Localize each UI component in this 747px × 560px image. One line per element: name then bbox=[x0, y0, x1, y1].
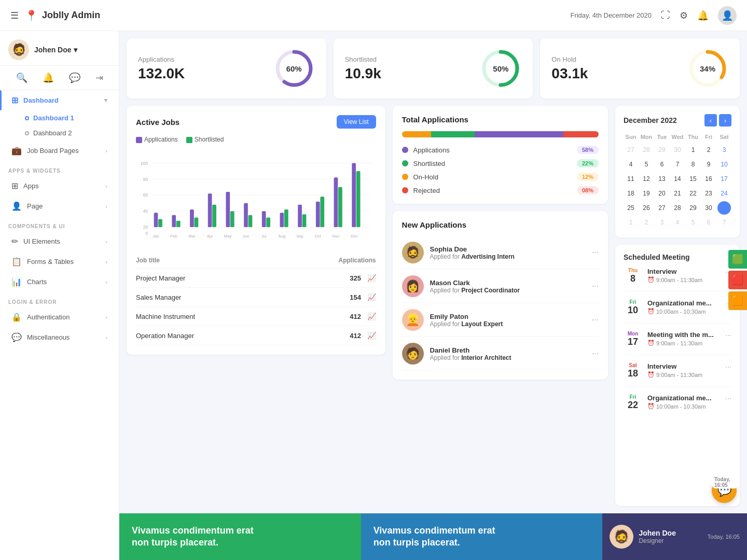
chevron-right-icon: › bbox=[105, 334, 107, 341]
job-title-cell: Machine Instrument bbox=[136, 307, 283, 326]
calendar-day[interactable]: 5 bbox=[640, 158, 653, 171]
calendar-day[interactable]: 2 bbox=[702, 143, 715, 157]
sidebar-item-miscellaneous[interactable]: 💬 Miscellaneous › bbox=[3, 327, 116, 347]
logout-icon[interactable]: ⇥ bbox=[95, 72, 103, 83]
calendar-day[interactable]: 12 bbox=[640, 172, 653, 186]
svg-rect-31 bbox=[280, 213, 284, 227]
calendar-day[interactable]: 30 bbox=[671, 143, 684, 157]
meeting-name: Meeting with the m... bbox=[647, 331, 720, 339]
calendar-day[interactable]: 27 bbox=[624, 143, 638, 157]
calendar-header: December 2022 ‹ › bbox=[624, 114, 731, 127]
calendar-prev-button[interactable]: ‹ bbox=[704, 114, 717, 127]
calendar-day[interactable]: 14 bbox=[671, 172, 684, 186]
calendar-day[interactable]: 5 bbox=[686, 216, 700, 229]
user-banner-timestamp: Today, 16:05 bbox=[708, 534, 740, 540]
calendar-next-button[interactable]: › bbox=[719, 114, 731, 127]
calendar-day[interactable]: 7 bbox=[671, 158, 684, 171]
clock-icon: ⏰ bbox=[647, 308, 655, 315]
calendar-day[interactable]: 8 bbox=[686, 158, 700, 171]
calendar-day[interactable]: 23 bbox=[702, 187, 715, 200]
calendar-day[interactable]: 30 bbox=[702, 201, 715, 215]
more-options-icon[interactable]: ··· bbox=[592, 349, 599, 358]
charts-icon: 📊 bbox=[11, 277, 22, 287]
calendar-day-today[interactable]: 31 bbox=[717, 201, 731, 215]
meeting-name: Interview bbox=[647, 362, 720, 370]
more-options-icon[interactable]: ··· bbox=[592, 248, 599, 257]
calendar-day[interactable]: 29 bbox=[686, 201, 700, 215]
chat-fab-button[interactable]: 💬 Today, 16:05 bbox=[712, 478, 737, 503]
sidebar-item-authentication[interactable]: 🔒 Authentication › bbox=[3, 307, 116, 327]
topbar-date: Friday, 4th December 2020 bbox=[570, 11, 652, 19]
svg-text:Apr: Apr bbox=[207, 234, 213, 239]
side-float-btn-red[interactable]: 🟥 bbox=[728, 271, 747, 289]
calendar-day[interactable]: 22 bbox=[686, 187, 700, 200]
sidebar-item-dashboard2[interactable]: Dashboard 2 bbox=[17, 125, 119, 141]
calendar-day[interactable]: 18 bbox=[624, 187, 638, 200]
more-options-icon[interactable]: ··· bbox=[592, 282, 599, 291]
calendar-day[interactable]: 3 bbox=[655, 216, 669, 229]
calendar-day[interactable]: 9 bbox=[702, 158, 715, 171]
sidebar-item-ui-elements[interactable]: ✏ UI Elements › bbox=[3, 231, 116, 251]
side-float-btn-green[interactable]: 🟩 bbox=[728, 250, 747, 269]
side-float-btn-orange[interactable]: 🟧 bbox=[728, 291, 747, 310]
chat-icon[interactable]: 💬 bbox=[69, 72, 80, 83]
logo: 📍 Joblly Admin bbox=[25, 9, 100, 22]
calendar-day[interactable]: 13 bbox=[655, 172, 669, 186]
calendar-day[interactable]: 6 bbox=[655, 158, 669, 171]
calendar-day[interactable]: 16 bbox=[702, 172, 715, 186]
calendar-day[interactable]: 25 bbox=[624, 201, 638, 215]
calendar-day[interactable]: 2 bbox=[640, 216, 653, 229]
calendar-day[interactable]: 28 bbox=[671, 201, 684, 215]
more-options-icon[interactable]: ··· bbox=[725, 362, 731, 371]
job-title-cell: Sales Manager bbox=[136, 288, 283, 307]
calendar-day[interactable]: 11 bbox=[624, 172, 638, 186]
calendar-day[interactable]: 17 bbox=[717, 172, 731, 186]
calendar-day[interactable]: 19 bbox=[640, 187, 653, 200]
more-options-icon[interactable]: ··· bbox=[725, 331, 731, 339]
sidebar-item-dashboard[interactable]: ⊞ Dashboard ▾ bbox=[3, 90, 116, 110]
calendar-day[interactable]: 26 bbox=[640, 201, 653, 215]
more-options-icon[interactable]: ··· bbox=[592, 315, 599, 325]
meeting-time: ⏰ 10:00am - 10:30am bbox=[647, 403, 720, 410]
settings-icon[interactable]: ⚙ bbox=[680, 10, 688, 21]
sidebar-item-dashboard1[interactable]: Dashboard 1 bbox=[17, 110, 119, 125]
calendar-day[interactable]: 10 bbox=[717, 158, 731, 171]
more-options-icon[interactable]: ··· bbox=[725, 394, 731, 402]
calendar-day[interactable]: 3 bbox=[717, 143, 731, 157]
sidebar-item-job-board[interactable]: 💼 Job Board Pages › bbox=[3, 141, 116, 161]
active-jobs-title: Active Jobs bbox=[136, 118, 179, 127]
chevron-right-icon: › bbox=[105, 203, 107, 209]
search-icon[interactable]: 🔍 bbox=[16, 72, 27, 83]
view-list-button[interactable]: View List bbox=[337, 115, 376, 129]
calendar-day[interactable]: 4 bbox=[671, 216, 684, 229]
calendar-day[interactable]: 29 bbox=[655, 143, 669, 157]
calendar-day[interactable]: 27 bbox=[655, 201, 669, 215]
applicant-name: Daniel Breth bbox=[430, 346, 586, 354]
sidebar-item-forms-tables[interactable]: 📋 Forms & Tables › bbox=[3, 251, 116, 272]
count-cell: 325 📈 bbox=[283, 269, 376, 288]
calendar-day[interactable]: 1 bbox=[686, 143, 700, 157]
calendar-day[interactable]: 7 bbox=[717, 216, 731, 229]
user-avatar[interactable]: 👤 bbox=[718, 6, 737, 25]
sidebar-item-charts[interactable]: 📊 Charts › bbox=[3, 272, 116, 292]
dashboard-submenu: Dashboard 1 Dashboard 2 bbox=[0, 110, 119, 141]
calendar-day[interactable]: 28 bbox=[640, 143, 653, 157]
calendar-day[interactable]: 21 bbox=[671, 187, 684, 200]
calendar-day[interactable]: 24 bbox=[717, 187, 731, 200]
new-applications-card: New Applications 🧔 Sophia Doe Applied fo… bbox=[393, 211, 608, 380]
sidebar-item-apps[interactable]: ⊞ Apps › bbox=[3, 176, 116, 196]
calendar-day[interactable]: 20 bbox=[655, 187, 669, 200]
calendar-day[interactable]: 4 bbox=[624, 158, 638, 171]
table-row: Project Manager 325 📈 bbox=[136, 269, 376, 288]
banner-text: Vivamus condimentum eratnon turpis place… bbox=[374, 525, 590, 549]
calendar-day[interactable]: 15 bbox=[686, 172, 700, 186]
svg-rect-34 bbox=[302, 214, 307, 227]
onhold-donut: 34% bbox=[687, 48, 728, 89]
calendar-day[interactable]: 1 bbox=[624, 216, 638, 229]
notification-icon[interactable]: 🔔 bbox=[697, 10, 709, 21]
sidebar-item-page[interactable]: 👤 Page › bbox=[3, 196, 116, 216]
fullscreen-icon[interactable]: ⛶ bbox=[661, 10, 670, 21]
hamburger-icon[interactable]: ☰ bbox=[10, 10, 19, 21]
bell-icon[interactable]: 🔔 bbox=[43, 72, 54, 83]
calendar-day[interactable]: 6 bbox=[702, 216, 715, 229]
